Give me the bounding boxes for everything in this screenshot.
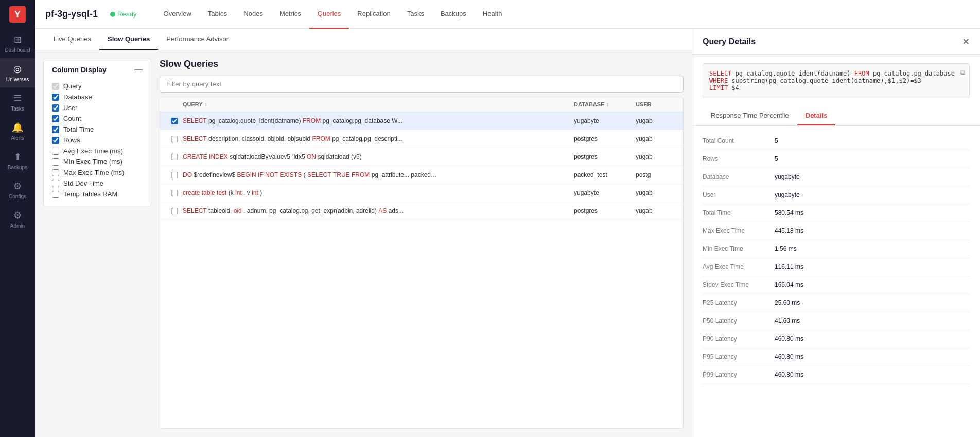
nav-tasks[interactable]: Tasks: [399, 0, 432, 29]
query-details-query-box: SELECT pg_catalog.quote_ident(datname) F…: [703, 63, 970, 98]
detail-user: User yugabyte: [703, 186, 970, 204]
dashboard-icon: ⊞: [14, 34, 22, 45]
nav-metrics[interactable]: Metrics: [271, 0, 309, 29]
column-rows-checkbox[interactable]: Rows: [52, 135, 143, 145]
column-temp-tables-checkbox[interactable]: Temp Tables RAM: [52, 189, 143, 199]
column-avg-exec-checkbox[interactable]: Avg Exec Time (ms): [52, 145, 143, 156]
th-query[interactable]: QUERY ↕: [183, 101, 574, 107]
nav-nodes[interactable]: Nodes: [235, 0, 271, 29]
table-row[interactable]: create table test (k int , v int ) yugab…: [160, 184, 683, 202]
table-row[interactable]: SELECT pg_catalog.quote_ident(datname) F…: [160, 112, 683, 130]
tab-performance-advisor[interactable]: Performance Advisor: [158, 29, 237, 50]
left-panel: Live Queries Slow Queries Performance Ad…: [35, 29, 692, 437]
sidebar-item-alerts[interactable]: 🔔 Alerts: [0, 117, 35, 146]
user-checkbox-label: User: [63, 104, 77, 112]
count-checkbox-input[interactable]: [52, 115, 59, 122]
total-time-checkbox-label: Total Time: [63, 125, 94, 133]
column-database-checkbox[interactable]: Database: [52, 92, 143, 102]
detail-p50-latency: P50 Latency 41.60 ms: [703, 312, 970, 330]
th-user[interactable]: USER: [636, 101, 677, 107]
row-checkbox[interactable]: [166, 154, 183, 160]
backups-icon: ⬆: [14, 151, 22, 162]
sidebar-item-tasks[interactable]: ☰ Tasks: [0, 87, 35, 117]
table-row[interactable]: SELECT tableoid, oid , adnum, pg_catalog…: [160, 202, 683, 220]
query-details-header: Query Details ✕: [692, 29, 980, 55]
copy-query-button[interactable]: ⧉: [960, 68, 965, 77]
topbar-nav: Overview Tables Nodes Metrics Queries Re…: [155, 0, 511, 29]
std-dev-checkbox-input[interactable]: [52, 180, 59, 187]
min-exec-checkbox-input[interactable]: [52, 158, 59, 166]
database-cell: yugabyte: [574, 189, 636, 196]
column-display-title: Column Display: [52, 66, 107, 74]
detail-p99-latency: P99 Latency 460.80 ms: [703, 366, 970, 384]
detail-total-time: Total Time 580.54 ms: [703, 204, 970, 222]
column-std-dev-checkbox[interactable]: Std Dev Time: [52, 178, 143, 189]
user-cell: postg: [636, 171, 677, 178]
row-checkbox[interactable]: [166, 172, 183, 178]
row-checkbox[interactable]: [166, 190, 183, 196]
nav-queries[interactable]: Queries: [309, 0, 349, 29]
close-query-details-button[interactable]: ✕: [962, 36, 970, 47]
column-total-time-checkbox[interactable]: Total Time: [52, 124, 143, 135]
row-checkbox[interactable]: [166, 208, 183, 214]
total-time-checkbox-input[interactable]: [52, 126, 59, 133]
query-details-title: Query Details: [703, 37, 756, 46]
table-row[interactable]: DO $redefineview$ BEGIN IF NOT EXISTS ( …: [160, 166, 683, 184]
temp-tables-checkbox-input[interactable]: [52, 191, 59, 198]
nav-tables[interactable]: Tables: [200, 0, 236, 29]
sidebar-item-label: Backups: [8, 165, 27, 170]
column-count-checkbox[interactable]: Count: [52, 113, 143, 124]
table-header: QUERY ↕ DATABASE ↕ USER: [160, 97, 683, 112]
column-min-exec-checkbox[interactable]: Min Exec Time (ms): [52, 156, 143, 167]
user-cell: yugab: [636, 153, 677, 160]
logo: Y: [8, 5, 27, 24]
std-dev-checkbox-label: Std Dev Time: [63, 179, 103, 187]
avg-exec-checkbox-input[interactable]: [52, 148, 59, 155]
nav-backups[interactable]: Backups: [432, 0, 475, 29]
user-checkbox-input[interactable]: [52, 104, 59, 112]
sidebar-item-label: Tasks: [11, 106, 24, 112]
nav-replication[interactable]: Replication: [349, 0, 398, 29]
rows-checkbox-input[interactable]: [52, 137, 59, 144]
query-cell: SELECT tableoid, oid , adnum, pg_catalog…: [183, 207, 440, 214]
column-display-panel: Column Display — Query Database User: [43, 59, 151, 206]
collapse-column-display-button[interactable]: —: [134, 65, 143, 75]
tab-live-queries[interactable]: Live Queries: [45, 29, 99, 50]
sidebar-item-configs[interactable]: ⚙ Configs: [0, 175, 35, 205]
tab-slow-queries[interactable]: Slow Queries: [99, 29, 158, 50]
sidebar-item-dashboard[interactable]: ⊞ Dashboard: [0, 29, 35, 58]
table-row[interactable]: CREATE INDEX sqldataloadByValuev5_idx5 O…: [160, 148, 683, 166]
tab-details[interactable]: Details: [797, 106, 836, 125]
table-row[interactable]: SELECT description, classoid, objoid, ob…: [160, 130, 683, 148]
tab-response-time-percentile[interactable]: Response Time Percentile: [703, 106, 797, 125]
detail-max-exec-time: Max Exec Time 445.18 ms: [703, 222, 970, 240]
column-query-checkbox[interactable]: Query: [52, 81, 143, 92]
column-max-exec-checkbox[interactable]: Max Exec Time (ms): [52, 167, 143, 178]
database-cell: packed_test: [574, 171, 636, 178]
query-tabs: Live Queries Slow Queries Performance Ad…: [35, 29, 692, 50]
sidebar-item-admin[interactable]: ⚙ Admin: [0, 205, 35, 234]
temp-tables-checkbox-label: Temp Tables RAM: [63, 190, 117, 198]
detail-database: Database yugabyte: [703, 168, 970, 186]
nav-overview[interactable]: Overview: [155, 0, 200, 29]
query-checkbox-input[interactable]: [52, 83, 59, 90]
sidebar-item-universes[interactable]: ◎ Universes: [0, 58, 35, 87]
th-database[interactable]: DATABASE ↕: [574, 101, 636, 107]
query-filter-input[interactable]: [160, 76, 684, 93]
user-cell: yugab: [636, 135, 677, 142]
row-checkbox[interactable]: [166, 136, 183, 142]
detail-stdev-exec-time: Stdev Exec Time 166.04 ms: [703, 276, 970, 294]
database-checkbox-input[interactable]: [52, 94, 59, 101]
query-table: QUERY ↕ DATABASE ↕ USER: [160, 97, 684, 429]
detail-min-exec-time: Min Exec Time 1.56 ms: [703, 240, 970, 258]
row-checkbox[interactable]: [166, 118, 183, 124]
column-user-checkbox[interactable]: User: [52, 102, 143, 113]
query-details-content: Total Count 5 Rows 5 Database yugabyte U…: [692, 126, 980, 437]
query-sort-icon: ↕: [205, 102, 207, 107]
database-checkbox-label: Database: [63, 93, 92, 101]
sidebar-item-backups[interactable]: ⬆ Backups: [0, 146, 35, 175]
status-dot: [110, 12, 115, 17]
sidebar: Y ⊞ Dashboard ◎ Universes ☰ Tasks 🔔 Aler…: [0, 0, 35, 437]
nav-health[interactable]: Health: [475, 0, 511, 29]
max-exec-checkbox-input[interactable]: [52, 169, 59, 176]
